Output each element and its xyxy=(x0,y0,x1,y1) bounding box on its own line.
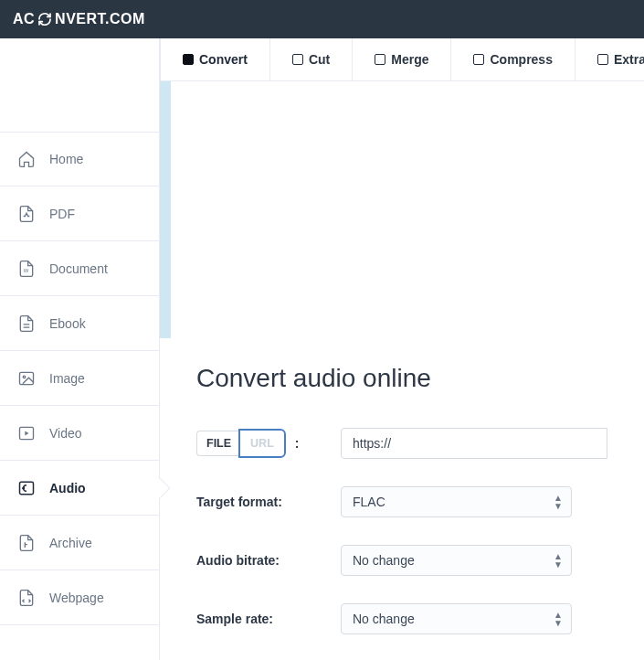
tab-label: Compress xyxy=(490,52,552,67)
logo-text-prefix: AC xyxy=(13,11,35,27)
sidebar-item-webpage[interactable]: Webpage xyxy=(0,570,159,625)
ad-space xyxy=(160,81,644,338)
toggle-url-button[interactable]: URL xyxy=(240,431,284,456)
row-sample-rate: Sample rate: No change ▲▼ xyxy=(196,603,607,634)
row-target-format: Target format: FLAC ▲▼ xyxy=(196,486,607,517)
sidebar-item-label: Image xyxy=(49,371,85,386)
sidebar-item-document[interactable]: W Document xyxy=(0,241,159,296)
home-icon xyxy=(16,149,37,169)
select-sample-rate[interactable]: No change xyxy=(341,603,572,634)
checkbox-icon xyxy=(473,54,484,65)
sidebar-item-label: Webpage xyxy=(49,591,104,605)
tab-label: Extract xyxy=(614,52,644,67)
tab-extract[interactable]: Extract xyxy=(575,38,644,80)
sidebar-item-label: Ebook xyxy=(49,316,86,331)
select-target-format-wrap: FLAC ▲▼ xyxy=(341,486,572,517)
tab-bar: Convert Cut Merge Compress Extract xyxy=(160,38,644,81)
svg-rect-1 xyxy=(20,372,34,384)
tab-label: Cut xyxy=(309,52,330,67)
tab-convert[interactable]: Convert xyxy=(160,38,270,80)
svg-text:W: W xyxy=(24,268,29,273)
pdf-icon xyxy=(16,204,37,224)
select-audio-bitrate[interactable]: No change xyxy=(341,545,572,576)
app-header: AC NVERT.COM xyxy=(0,0,644,38)
logo-text-suffix: NVERT.COM xyxy=(55,11,145,27)
svg-rect-4 xyxy=(20,482,34,494)
select-target-format[interactable]: FLAC xyxy=(341,486,572,517)
sidebar-item-ebook[interactable]: Ebook xyxy=(0,296,159,351)
select-sample-rate-wrap: No change ▲▼ xyxy=(341,603,572,634)
checkbox-icon xyxy=(597,54,608,65)
ebook-icon xyxy=(16,314,37,334)
video-icon xyxy=(16,423,37,443)
row-input-source: FILE URL : xyxy=(196,428,607,459)
checkbox-icon xyxy=(375,54,385,65)
sidebar-item-pdf[interactable]: PDF xyxy=(0,186,159,241)
colon-label: : xyxy=(295,436,300,451)
sidebar-item-home[interactable]: Home xyxy=(0,132,159,186)
document-icon: W xyxy=(16,259,37,279)
url-input[interactable] xyxy=(341,428,607,459)
image-icon xyxy=(16,368,37,389)
checkbox-icon xyxy=(292,54,303,65)
sidebar-item-label: PDF xyxy=(49,207,75,221)
sidebar-item-label: Audio xyxy=(49,481,86,495)
archive-icon xyxy=(16,533,37,553)
page-heading: Convert audio online xyxy=(196,364,607,393)
sidebar-item-image[interactable]: Image xyxy=(0,351,159,406)
checkbox-icon xyxy=(183,54,194,65)
svg-point-2 xyxy=(23,376,26,378)
tab-cut[interactable]: Cut xyxy=(270,38,353,80)
row-audio-bitrate: Audio bitrate: No change ▲▼ xyxy=(196,545,607,576)
select-audio-bitrate-wrap: No change ▲▼ xyxy=(341,545,572,576)
input-source-toggle-group: FILE URL : xyxy=(196,431,341,456)
main-panel: Convert Cut Merge Compress Extract xyxy=(160,38,644,660)
sidebar-item-archive[interactable]: Archive xyxy=(0,516,159,570)
sidebar-item-label: Video xyxy=(49,426,82,441)
webpage-icon xyxy=(16,588,37,608)
sidebar-item-video[interactable]: Video xyxy=(0,406,159,461)
label-sample-rate: Sample rate: xyxy=(196,612,341,626)
sidebar-item-label: Home xyxy=(49,152,83,166)
tab-label: Convert xyxy=(199,52,248,67)
ad-strip xyxy=(160,81,171,338)
label-audio-bitrate: Audio bitrate: xyxy=(196,553,341,568)
toggle-file-button[interactable]: FILE xyxy=(196,431,240,456)
sidebar-item-audio[interactable]: Audio xyxy=(0,461,159,516)
content-area: Convert audio online FILE URL : Target f… xyxy=(160,338,644,660)
tab-label: Merge xyxy=(391,52,428,67)
tab-merge[interactable]: Merge xyxy=(353,38,451,80)
label-target-format: Target format: xyxy=(196,495,341,509)
sidebar-item-label: Document xyxy=(49,261,108,276)
sidebar-item-label: Archive xyxy=(49,536,92,550)
audio-icon xyxy=(16,478,37,498)
sidebar: Home PDF W Document Ebook Image xyxy=(0,38,160,660)
svg-point-5 xyxy=(23,487,25,489)
refresh-icon xyxy=(37,11,53,27)
tab-compress[interactable]: Compress xyxy=(451,38,575,80)
